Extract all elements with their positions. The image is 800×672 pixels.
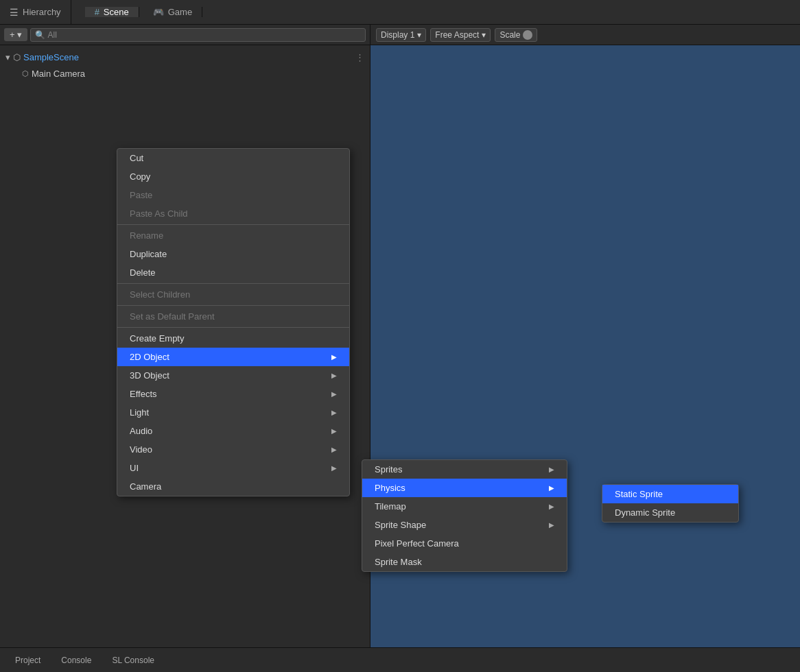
search-box[interactable]: 🔍 All: [30, 28, 366, 42]
ctx-set-default-parent[interactable]: Set as Default Parent: [117, 307, 349, 326]
ctx-audio-arrow-icon: ▶: [331, 427, 337, 435]
ctx-sep-4: [117, 327, 349, 328]
camera-icon: ⬡: [22, 69, 29, 78]
display-dropdown[interactable]: Display 1 ▾: [376, 28, 426, 42]
ctx-cut[interactable]: Cut: [117, 149, 349, 167]
collapse-arrow-icon: ▾: [5, 52, 10, 62]
ctx-2d-arrow-icon: ▶: [331, 353, 337, 361]
ctx2d-sprites-arrow-icon: ▶: [549, 466, 554, 473]
context-menu-primary: Cut Copy Paste Paste As Child Rename Dup…: [117, 148, 350, 496]
main-camera-item[interactable]: ⬡ Main Camera: [0, 66, 370, 81]
ctx2d-pixel-perfect-camera[interactable]: Pixel Perfect Camera: [362, 534, 567, 553]
bottom-bar: Project Console SL Console: [0, 647, 800, 672]
scale-control[interactable]: Scale: [495, 28, 537, 42]
context-menu-2d: Sprites ▶ Physics ▶ Tilemap ▶ Sprite Sha…: [362, 459, 567, 572]
tab-scene-label: Scene: [104, 7, 129, 17]
display-dropdown-arrow: ▾: [417, 30, 421, 40]
tab-scene[interactable]: # Scene: [85, 7, 139, 17]
context-menu-physics: Static Sprite Dynamic Sprite: [602, 484, 739, 523]
game-toolbar: Display 1 ▾ Free Aspect ▾ Scale: [370, 25, 800, 45]
ctx-paste[interactable]: Paste: [117, 186, 349, 204]
scene-more-icon[interactable]: ⋮: [355, 52, 364, 62]
ctx-rename[interactable]: Rename: [117, 226, 349, 245]
ctx2d-sprite-mask[interactable]: Sprite Mask: [362, 553, 567, 571]
scale-label: Scale: [499, 30, 520, 40]
ctx-create-empty[interactable]: Create Empty: [117, 329, 349, 348]
ctx-3d-object[interactable]: 3D Object ▶: [117, 366, 349, 385]
tab-hierarchy[interactable]: ☰ Hierarchy: [0, 0, 71, 24]
ctx-paste-as-child[interactable]: Paste As Child: [117, 204, 349, 223]
scale-slider-icon: [523, 30, 532, 40]
ctx-sep-3: [117, 305, 349, 306]
ctx-video[interactable]: Video ▶: [117, 440, 349, 459]
hierarchy-lines-icon: ☰: [10, 7, 19, 18]
top-tab-bar: ☰ Hierarchy # Scene 🎮 Game: [0, 0, 800, 25]
ctx2d-sprites[interactable]: Sprites ▶: [362, 460, 567, 479]
ctx-2d-object[interactable]: 2D Object ▶: [117, 348, 349, 366]
ctx-camera[interactable]: Camera: [117, 477, 349, 496]
ctx-sep-1: [117, 224, 349, 225]
bottom-tab-slconsole[interactable]: SL Console: [102, 653, 164, 668]
scene-icon: ⬡: [13, 52, 21, 62]
ctx-effects-arrow-icon: ▶: [331, 390, 337, 398]
ctx-physics-dynamic-sprite[interactable]: Dynamic Sprite: [602, 503, 738, 522]
hierarchy-panel: + ▾ 🔍 All ▾ ⬡ SampleScene ⋮ ⬡ Mai: [0, 25, 370, 647]
aspect-dropdown-arrow: ▾: [482, 30, 486, 40]
scene-item[interactable]: ▾ ⬡ SampleScene ⋮: [0, 48, 370, 66]
aspect-label: Free Aspect: [435, 30, 479, 40]
ctx-ui[interactable]: UI ▶: [117, 459, 349, 477]
ctx-delete[interactable]: Delete: [117, 263, 349, 282]
bottom-tab-project[interactable]: Project: [5, 653, 50, 668]
ctx2d-spriteshape-arrow-icon: ▶: [549, 521, 554, 529]
main-camera-label: Main Camera: [32, 69, 85, 79]
ctx-3d-arrow-icon: ▶: [331, 372, 337, 379]
ctx-ui-arrow-icon: ▶: [331, 464, 337, 472]
hierarchy-toolbar: + ▾ 🔍 All: [0, 25, 370, 45]
bottom-tab-console[interactable]: Console: [51, 653, 101, 668]
ctx2d-tilemap-arrow-icon: ▶: [549, 503, 554, 510]
ctx2d-tilemap[interactable]: Tilemap ▶: [362, 497, 567, 516]
ctx-copy[interactable]: Copy: [117, 167, 349, 186]
ctx-audio[interactable]: Audio ▶: [117, 422, 349, 440]
add-button[interactable]: + ▾: [4, 28, 27, 41]
search-icon: 🔍: [35, 30, 45, 40]
ctx2d-sprite-shape[interactable]: Sprite Shape ▶: [362, 516, 567, 534]
scene-name: SampleScene: [23, 52, 79, 62]
gamepad-icon: 🎮: [153, 7, 164, 17]
ctx-light-arrow-icon: ▶: [331, 409, 337, 416]
ctx-light[interactable]: Light ▶: [117, 403, 349, 422]
ctx2d-physics-arrow-icon: ▶: [549, 484, 554, 492]
plus-icon: +: [10, 29, 15, 40]
search-label: All: [48, 30, 57, 40]
ctx-select-children[interactable]: Select Children: [117, 285, 349, 304]
add-dropdown-arrow: ▾: [17, 29, 22, 40]
ctx-duplicate[interactable]: Duplicate: [117, 245, 349, 263]
tab-game[interactable]: 🎮 Game: [143, 7, 202, 17]
ctx-effects[interactable]: Effects ▶: [117, 385, 349, 403]
tab-game-label: Game: [168, 7, 192, 17]
ctx-physics-static-sprite[interactable]: Static Sprite: [602, 485, 738, 503]
tab-hierarchy-label: Hierarchy: [23, 7, 61, 17]
ctx-sep-2: [117, 283, 349, 284]
display-label: Display 1: [381, 30, 414, 40]
ctx-video-arrow-icon: ▶: [331, 446, 337, 453]
scene-hash-icon: #: [95, 7, 99, 17]
aspect-dropdown[interactable]: Free Aspect ▾: [430, 28, 491, 42]
ctx2d-physics[interactable]: Physics ▶: [362, 479, 567, 497]
